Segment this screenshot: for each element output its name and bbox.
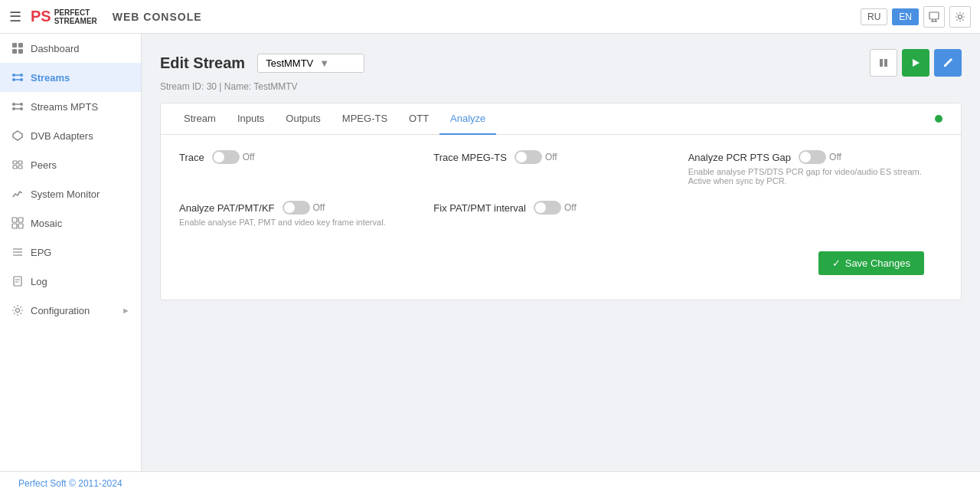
mosaic-icon <box>11 216 24 230</box>
tab-analyze[interactable]: Analyze <box>439 103 496 135</box>
svg-point-15 <box>12 103 15 106</box>
setting-trace-mpeg-ts-name: Trace MPEG-TS <box>433 152 507 163</box>
svg-rect-37 <box>884 59 887 67</box>
analyze-pat-pmt-kf-toggle[interactable]: Off <box>283 201 325 215</box>
svg-rect-23 <box>18 161 22 164</box>
sidebar-item-dashboard-label: Dashboard <box>31 43 130 54</box>
analyze-pat-pmt-kf-toggle-text: Off <box>313 202 325 213</box>
tabs-bar: Stream Inputs Outputs MPEG-TS OTT Analyz… <box>161 103 961 135</box>
setting-trace-label-row: Trace Off <box>179 150 433 164</box>
svg-point-11 <box>20 74 23 77</box>
sidebar-item-epg[interactable]: EPG <box>0 238 141 267</box>
sidebar-item-streams-mpts-label: Streams MPTS <box>31 101 130 113</box>
trace-mpeg-ts-toggle[interactable]: Off <box>514 150 557 164</box>
sidebar-item-streams-mpts[interactable]: Streams MPTS <box>0 92 141 121</box>
setting-analyze-pcr-pts-gap-label-row: Analyze PCR PTS Gap Off <box>688 150 942 164</box>
analyze-pat-pmt-kf-toggle-track[interactable] <box>283 201 310 215</box>
setting-trace-mpeg-ts: Trace MPEG-TS Off <box>433 150 688 167</box>
stream-selector-dropdown[interactable]: TestMMTV ▼ <box>257 54 364 73</box>
sidebar-item-mosaic-label: Mosaic <box>31 218 130 229</box>
trace-toggle[interactable]: Off <box>212 150 255 164</box>
dropdown-arrow-icon: ▼ <box>319 57 329 69</box>
setting-analyze-pat-pmt-kf-label-row: Analyze PAT/PMT/KF Off <box>179 201 433 215</box>
svg-point-16 <box>12 107 15 110</box>
lang-en-button[interactable]: EN <box>892 8 919 25</box>
analyze-pcr-pts-gap-toggle-thumb <box>800 152 811 162</box>
play-button[interactable] <box>902 49 929 77</box>
copyright-text: Perfect Soft © 2011-2024 <box>18 478 122 489</box>
sidebar-item-peers[interactable]: Peers <box>0 150 141 179</box>
setting-analyze-pcr-pts-gap-name: Analyze PCR PTS Gap <box>688 152 791 163</box>
setting-trace-mpeg-ts-label-row: Trace MPEG-TS Off <box>433 150 688 164</box>
settings-row-2: Analyze PAT/PMT/KF Off Enable analyse PA… <box>179 201 942 227</box>
sidebar-item-streams-label: Streams <box>31 72 130 84</box>
sidebar-item-dashboard[interactable]: Dashboard <box>0 34 141 63</box>
sidebar-item-log[interactable]: Log <box>0 267 141 296</box>
svg-rect-7 <box>12 49 17 54</box>
sidebar-item-dvb-adapters-label: DVB Adapters <box>31 130 130 142</box>
trace-mpeg-ts-toggle-text: Off <box>545 152 557 162</box>
edit-icon <box>942 57 953 68</box>
stream-info: Stream ID: 30 | Name: TestMMTV <box>160 81 962 92</box>
fix-pat-pmt-interval-toggle-text: Off <box>564 202 577 213</box>
sidebar-item-dvb-adapters[interactable]: DVB Adapters <box>0 121 141 150</box>
edit-button[interactable] <box>934 49 962 77</box>
stream-selector-value: TestMMTV <box>266 57 313 69</box>
fix-pat-pmt-interval-toggle-thumb <box>535 202 546 213</box>
page-title: Edit Stream <box>160 54 245 72</box>
svg-rect-26 <box>12 218 17 222</box>
tab-outputs[interactable]: Outputs <box>275 103 332 135</box>
status-indicator-dot <box>935 115 942 123</box>
pause-icon <box>878 57 889 68</box>
panel-body: Trace Off Trace MPEG-TS <box>161 135 961 300</box>
svg-rect-29 <box>18 224 23 228</box>
svg-point-9 <box>12 74 15 77</box>
tab-stream[interactable]: Stream <box>173 103 227 135</box>
hamburger-icon[interactable]: ☰ <box>9 8 21 25</box>
settings-icon-button[interactable] <box>949 6 971 28</box>
dvb-adapters-icon <box>11 129 24 143</box>
monitor-icon-button[interactable] <box>923 6 945 28</box>
play-icon <box>910 57 921 68</box>
tab-inputs[interactable]: Inputs <box>227 103 275 135</box>
save-area: ✓ Save Changes <box>179 242 942 284</box>
log-icon <box>11 274 24 288</box>
analyze-pcr-pts-gap-desc: Enable analyse PTS/DTS PCR gap for video… <box>688 167 942 185</box>
monitor-icon <box>929 11 939 22</box>
pause-button[interactable] <box>870 49 897 77</box>
svg-rect-5 <box>12 43 17 48</box>
sidebar-item-streams[interactable]: Streams <box>0 63 141 92</box>
setting-trace-name: Trace <box>179 152 204 163</box>
fix-pat-pmt-interval-toggle[interactable]: Off <box>534 201 577 215</box>
logo-text: PERFECT STREAMER <box>54 8 97 25</box>
topbar-actions: RU EN <box>861 6 971 28</box>
analyze-pcr-pts-gap-toggle[interactable]: Off <box>799 150 841 164</box>
setting-analyze-pat-pmt-kf: Analyze PAT/PMT/KF Off Enable analyse PA… <box>179 201 433 227</box>
topbar: ☰ PS PERFECT STREAMER WEB CONSOLE RU EN <box>0 0 980 34</box>
svg-marker-21 <box>13 131 22 140</box>
streams-icon <box>11 70 24 84</box>
configuration-arrow-icon: ► <box>122 306 130 315</box>
lang-ru-button[interactable]: RU <box>861 8 887 25</box>
setting-analyze-pcr-pts-gap: Analyze PCR PTS Gap Off Enable analyse P… <box>688 150 942 185</box>
content-area: Edit Stream TestMMTV ▼ Stream ID: 30 | N… <box>142 34 980 471</box>
svg-point-17 <box>20 103 23 106</box>
sidebar-item-mosaic[interactable]: Mosaic <box>0 208 141 238</box>
save-changes-button[interactable]: ✓ Save Changes <box>818 251 924 275</box>
system-monitor-icon <box>11 187 24 201</box>
gear-icon <box>955 11 965 22</box>
logo-ps: PS <box>31 8 51 25</box>
sidebar-item-configuration[interactable]: Configuration ► <box>0 296 141 325</box>
svg-marker-38 <box>913 59 920 67</box>
sidebar-item-system-monitor[interactable]: System Monitor <box>0 179 141 208</box>
fix-pat-pmt-interval-toggle-track[interactable] <box>534 201 561 215</box>
save-changes-label: Save Changes <box>845 257 910 269</box>
trace-mpeg-ts-toggle-track[interactable] <box>514 150 542 164</box>
analyze-pcr-pts-gap-toggle-track[interactable] <box>799 150 826 164</box>
tab-mpeg-ts[interactable]: MPEG-TS <box>332 103 398 135</box>
trace-toggle-track[interactable] <box>212 150 240 164</box>
sidebar-item-configuration-label: Configuration <box>31 305 116 316</box>
tab-ott[interactable]: OTT <box>398 103 439 135</box>
footer: Perfect Soft © 2011-2024 <box>0 471 980 495</box>
streams-mpts-icon <box>11 100 24 113</box>
